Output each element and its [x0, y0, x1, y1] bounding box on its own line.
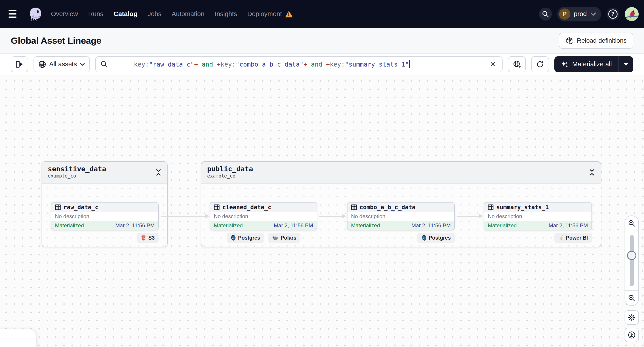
postgres-icon	[230, 235, 236, 241]
zoom-slider-handle[interactable]	[627, 251, 636, 260]
asset-query-input[interactable]: key:"raw_data_c"+ and +key:"combo_a_b_c_…	[95, 56, 502, 72]
materialized-status: Materialized	[351, 222, 380, 229]
deployment-warning-icon	[285, 11, 293, 17]
refresh-graph-button[interactable]	[531, 56, 549, 72]
lineage-toolbar: All assets key:"raw_data_c"+ and +key:"c…	[0, 54, 644, 75]
nav-item-automation[interactable]: Automation	[172, 10, 204, 18]
query-text: key:"raw_data_c"+ and +key:"combo_a_b_c_…	[111, 53, 485, 75]
kind-tag-polars[interactable]: Polars	[268, 233, 300, 243]
materialized-status: Materialized	[214, 222, 243, 229]
polars-icon	[272, 235, 278, 240]
s3-icon	[141, 235, 146, 241]
page-header: Global Asset Lineage Reload definitions	[0, 28, 644, 54]
nav-item-catalog[interactable]: Catalog	[114, 10, 138, 18]
top-navigation-bar: Overview Runs Catalog Jobs Automation In…	[0, 0, 644, 28]
materialization-timestamp[interactable]: Mar 2, 11:56 PM	[115, 222, 155, 229]
nav-item-jobs[interactable]: Jobs	[148, 10, 161, 18]
node-description: No description	[348, 212, 454, 221]
table-icon	[214, 204, 220, 210]
postgres-icon	[421, 235, 426, 241]
materialize-all-button[interactable]: Materialize all	[554, 56, 618, 72]
primary-nav-links: Overview Runs Catalog Jobs Automation In…	[51, 10, 293, 18]
minimap-overlay	[0, 329, 36, 347]
reload-cube-icon	[566, 37, 573, 44]
reload-definitions-button[interactable]: Reload definitions	[559, 32, 633, 49]
lineage-graph-canvas[interactable]: sensitive_data example_co public_data ex…	[0, 75, 644, 347]
materialize-all-split-button: Materialize all	[554, 56, 633, 72]
zoom-out-button[interactable]	[625, 291, 638, 306]
materialized-status: Materialized	[488, 222, 517, 229]
powerbi-icon	[558, 235, 564, 241]
view-full-graph-button[interactable]	[508, 56, 526, 72]
hamburger-menu-icon[interactable]	[8, 7, 23, 21]
nav-item-deployment[interactable]: Deployment	[247, 10, 293, 18]
materialization-timestamp[interactable]: Mar 2, 11:56 PM	[412, 222, 451, 229]
asset-node-combo-a-b-c-data[interactable]: combo_a_b_c_data No description Material…	[347, 202, 455, 230]
asset-node-cleaned-data-c[interactable]: cleaned_data_c No description Materializ…	[210, 202, 317, 230]
materialized-status: Materialized	[55, 222, 84, 229]
nav-item-runs[interactable]: Runs	[88, 10, 104, 18]
caret-down-icon	[624, 63, 628, 66]
edge-raw-to-cleaned	[161, 216, 206, 217]
zoom-slider[interactable]	[625, 231, 638, 290]
kind-tag-powerbi[interactable]: Power BI	[554, 233, 592, 243]
edge-cleaned-to-combo	[319, 216, 342, 217]
refresh-icon	[536, 60, 544, 68]
kind-tag-postgres[interactable]: Postgres	[417, 233, 455, 243]
clear-query-button[interactable]: ✕	[488, 60, 497, 68]
materialize-options-dropdown[interactable]	[618, 56, 633, 72]
table-icon	[351, 204, 357, 210]
zoom-out-icon	[628, 295, 635, 302]
graph-settings-button[interactable]	[624, 310, 639, 325]
asset-node-summary-stats-1[interactable]: summary_stats_1 No description Materiali…	[484, 202, 592, 230]
download-image-button[interactable]	[624, 328, 639, 342]
kind-tag-postgres[interactable]: Postgres	[226, 233, 264, 243]
global-search-button[interactable]	[539, 7, 552, 20]
group-name: public_data	[207, 165, 595, 173]
chevron-down-icon	[80, 63, 85, 66]
zoom-controls	[624, 216, 639, 306]
globe-icon	[38, 60, 46, 68]
node-description: No description	[484, 212, 592, 221]
kind-tag-s3[interactable]: S3	[137, 233, 159, 243]
open-sidebar-button[interactable]	[11, 56, 28, 72]
zoom-in-button[interactable]	[625, 216, 638, 231]
table-icon	[488, 204, 494, 210]
group-repo-label: example_co	[207, 173, 595, 179]
materialization-timestamp[interactable]: Mar 2, 11:56 PM	[274, 222, 313, 229]
text-cursor	[409, 60, 410, 68]
collapse-group-button[interactable]	[589, 169, 595, 176]
sparkles-icon	[561, 60, 569, 68]
collapse-icon	[589, 169, 595, 176]
dagster-logo-icon[interactable]	[28, 7, 43, 21]
nav-item-overview[interactable]: Overview	[51, 10, 78, 18]
deployment-avatar: P	[559, 8, 570, 20]
node-description: No description	[210, 212, 317, 221]
search-icon	[542, 11, 549, 17]
collapse-group-button[interactable]	[156, 169, 161, 176]
question-mark-icon: ?	[608, 9, 618, 19]
group-name: sensitive_data	[48, 165, 161, 173]
gear-icon	[628, 314, 636, 321]
search-icon	[100, 61, 108, 68]
asset-node-raw-data-c[interactable]: raw_data_c No description Materialized M…	[51, 202, 159, 230]
group-repo-label: example_co	[48, 173, 161, 179]
collapse-icon	[156, 169, 161, 176]
user-avatar[interactable]	[625, 7, 639, 21]
table-icon	[55, 204, 61, 210]
download-icon	[628, 331, 636, 339]
deployment-switcher[interactable]: P prod	[557, 7, 601, 21]
help-button[interactable]: ?	[606, 7, 620, 20]
asset-scope-dropdown[interactable]: All assets	[34, 56, 90, 72]
page-title: Global Asset Lineage	[11, 35, 101, 46]
edge-combo-to-summary	[457, 216, 479, 217]
panel-open-icon	[16, 61, 23, 68]
nav-item-insights[interactable]: Insights	[215, 10, 237, 18]
materialization-timestamp[interactable]: Mar 2, 11:56 PM	[548, 222, 588, 229]
zoom-in-icon	[628, 220, 635, 227]
node-description: No description	[52, 212, 158, 221]
chevron-down-icon	[590, 12, 596, 16]
globe-plus-icon	[513, 60, 521, 68]
svg-text:?: ?	[611, 11, 614, 17]
